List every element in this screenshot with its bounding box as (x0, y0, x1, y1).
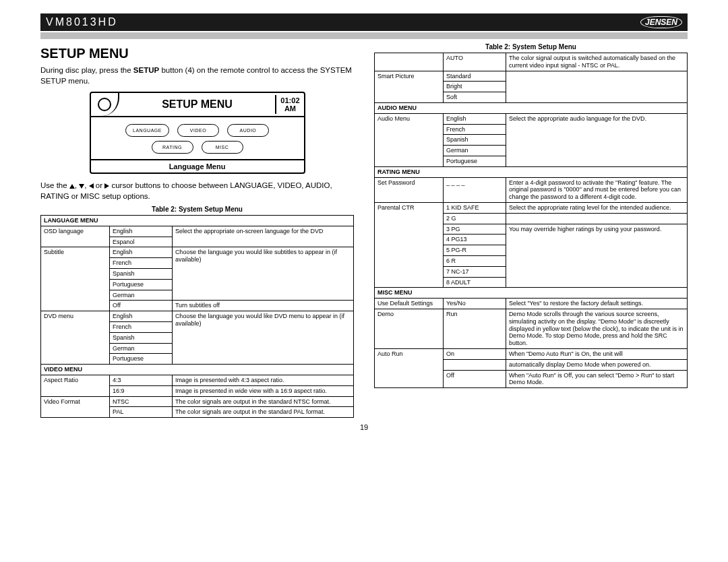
cursor-post: cursor buttons to choose between LANGUAG… (40, 181, 332, 200)
table-cell: Choose the language you would like DVD m… (172, 311, 353, 365)
table-cell (506, 71, 687, 102)
table-cell: Off (444, 370, 506, 388)
setup-table-left: LANGUAGE MENUOSD languageEnglishSelect t… (40, 215, 354, 418)
device-illustration: SETUP MENU 01:02 AM LANGUAGE VIDEO AUDIO (40, 92, 354, 174)
intro-pre: During disc play, press the (40, 66, 133, 74)
screen-footer: Language Menu (91, 159, 304, 173)
menu-btn-rating: RATING (152, 141, 193, 154)
table-cell (375, 53, 444, 71)
header-bar: VM8013HD JENSEN (40, 13, 688, 31)
table-cell: Choose the language you would like subti… (172, 247, 353, 301)
table-cell: Select the appropriate on-screen languag… (172, 226, 353, 247)
table-cell: 4 PG13 (444, 235, 506, 245)
table-cell: French (110, 322, 173, 333)
table-cell: Enter a 4-digit password to activate the… (506, 177, 687, 202)
clock-display: 01:02 AM (275, 95, 303, 114)
up-arrow-icon (69, 184, 75, 189)
table-cell: NTSC (110, 396, 173, 407)
table-cell: 3 PG (444, 224, 506, 235)
menu-btn-misc: MISC (202, 141, 243, 154)
table-cell: Aspect Ratio (41, 375, 110, 397)
intro-text: During disc play, press the SETUP button… (40, 65, 354, 86)
table-cell: Parental CTR (375, 202, 444, 287)
table-cell: Spanish (444, 135, 506, 146)
setup-table-right: AUTOThe color signal output is switched … (374, 53, 688, 388)
cursor-pre: Use the (40, 181, 69, 189)
table-cell: 8 ADULT (444, 277, 506, 288)
page-number: 19 (40, 423, 688, 431)
table-cell: English (110, 226, 173, 237)
table-cell: Portuguese (110, 279, 173, 290)
page-title: SETUP MENU (40, 46, 354, 61)
table-section-header: VIDEO MENU (41, 365, 354, 375)
table-section-header: AUDIO MENU (375, 102, 688, 113)
screen-title: SETUP MENU (119, 96, 276, 113)
table-cell: Bright (444, 82, 506, 92)
clock-time: 01:02 (280, 96, 299, 104)
table-cell: 2 G (444, 213, 506, 224)
table-cell: Use Default Settings (375, 299, 444, 309)
table-cell: German (110, 290, 173, 301)
table-cell: When "Auto Run" is Off, you can select "… (506, 370, 687, 388)
cursor-instructions: Use the , , or cursor buttons to choose … (40, 181, 354, 201)
table-cell: Off (110, 301, 173, 311)
table-cell: DVD menu (41, 311, 110, 365)
table-cell: Select the appropriate audio language fo… (506, 113, 687, 166)
table-cell: AUTO (444, 53, 506, 71)
table-cell: 5 PG-R (444, 245, 506, 256)
table-cell: Subtitle (41, 247, 110, 311)
table-cell: You may override higher ratings by using… (506, 224, 687, 288)
table-cell: Portuguese (110, 354, 173, 365)
table-cell: English (110, 247, 173, 258)
table-cell: Portuguese (444, 156, 506, 166)
right-arrow-icon (104, 183, 109, 189)
table-cell: Demo Mode scrolls through the various so… (506, 309, 687, 348)
table-cell: Select the appropriate rating level for … (506, 202, 687, 213)
table-cell: The color signals are output in the stan… (172, 396, 353, 407)
table-cell: 16:9 (110, 385, 173, 396)
table-cell: The color signals are output in the stan… (172, 407, 353, 418)
table-cell: Turn subtitles off (172, 301, 353, 311)
table-caption-right: Table 2: System Setup Menu (374, 43, 688, 51)
table-section-header: MISC MENU (375, 288, 688, 299)
table-cell: 6 R (444, 255, 506, 266)
table-cell: Demo (375, 309, 444, 348)
table-cell (444, 359, 506, 370)
table-section-header: RATING MENU (375, 166, 688, 177)
table-cell: Standard (444, 71, 506, 82)
table-cell: On (444, 348, 506, 359)
table-cell: Yes/No (444, 299, 506, 309)
intro-bold: SETUP (133, 66, 159, 74)
table-section-header: LANGUAGE MENU (41, 216, 354, 226)
table-cell: French (444, 124, 506, 135)
table-cell: PAL (110, 407, 173, 418)
menu-btn-language: LANGUAGE (125, 124, 169, 137)
model-number: VM8013HD (46, 16, 118, 28)
table-cell: Espanol (110, 237, 173, 247)
left-arrow-icon (89, 183, 94, 189)
menu-btn-audio: AUDIO (227, 124, 269, 137)
table-cell: Run (444, 309, 506, 348)
table-cell: Spanish (110, 332, 173, 343)
table-cell: German (444, 146, 506, 156)
table-cell: English (110, 311, 173, 322)
table-cell (506, 213, 687, 224)
table-cell: Image is presented in wide view with a 1… (172, 385, 353, 396)
table-cell: Image is presented with 4:3 aspect ratio… (172, 375, 353, 386)
brand-logo: JENSEN (640, 16, 682, 28)
table-cell: Select "Yes" to restore the factory defa… (506, 299, 687, 309)
table-cell: The color signal output is switched auto… (506, 53, 687, 71)
table-cell: Auto Run (375, 348, 444, 387)
header-divider (40, 32, 688, 39)
table-cell: Audio Menu (375, 113, 444, 166)
table-caption-left: Table 2: System Setup Menu (40, 206, 354, 213)
table-cell: French (110, 258, 173, 269)
table-cell: When "Demo Auto Run" is On, the unit wil… (506, 348, 687, 359)
clock-ampm: AM (280, 104, 299, 113)
down-arrow-icon (79, 184, 84, 189)
table-cell: Spanish (110, 269, 173, 280)
table-cell: OSD language (41, 226, 110, 247)
knob-icon (91, 93, 119, 116)
table-cell: 1 KID SAFE (444, 202, 506, 213)
table-cell: Soft (444, 92, 506, 103)
